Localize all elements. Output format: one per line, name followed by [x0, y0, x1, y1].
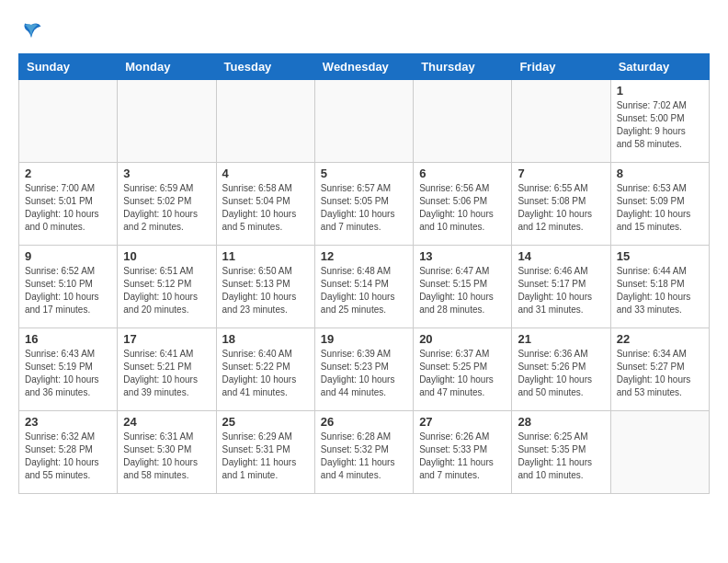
calendar-cell [118, 80, 216, 163]
day-info: Sunrise: 6:59 AM Sunset: 5:02 PM Dayligh… [123, 182, 210, 234]
day-number: 6 [419, 167, 506, 180]
calendar-cell: 25Sunrise: 6:29 AM Sunset: 5:31 PM Dayli… [216, 411, 314, 494]
calendar-cell: 2Sunrise: 7:00 AM Sunset: 5:01 PM Daylig… [19, 163, 118, 246]
day-number: 1 [617, 84, 703, 98]
weekday-header-sunday: Sunday [19, 54, 118, 80]
calendar-cell: 21Sunrise: 6:36 AM Sunset: 5:26 PM Dayli… [512, 328, 610, 411]
day-info: Sunrise: 6:40 AM Sunset: 5:22 PM Dayligh… [222, 348, 309, 399]
calendar-cell: 7Sunrise: 6:55 AM Sunset: 5:08 PM Daylig… [512, 163, 610, 246]
day-info: Sunrise: 6:52 AM Sunset: 5:10 PM Dayligh… [25, 265, 111, 316]
day-info: Sunrise: 6:37 AM Sunset: 5:25 PM Dayligh… [419, 348, 506, 399]
day-number: 15 [617, 249, 703, 263]
calendar-cell: 17Sunrise: 6:41 AM Sunset: 5:21 PM Dayli… [118, 328, 216, 411]
calendar-cell [314, 80, 413, 163]
calendar-cell: 5Sunrise: 6:57 AM Sunset: 5:05 PM Daylig… [314, 163, 413, 246]
day-number: 26 [321, 415, 407, 429]
day-number: 14 [518, 249, 604, 263]
day-number: 2 [25, 167, 111, 180]
day-number: 4 [222, 167, 309, 180]
calendar-cell: 15Sunrise: 6:44 AM Sunset: 5:18 PM Dayli… [610, 246, 709, 328]
day-number: 20 [419, 332, 506, 346]
day-number: 18 [222, 332, 309, 346]
calendar-cell: 28Sunrise: 6:25 AM Sunset: 5:35 PM Dayli… [512, 411, 610, 494]
calendar-week-row: 9Sunrise: 6:52 AM Sunset: 5:10 PM Daylig… [19, 246, 710, 328]
day-number: 8 [617, 167, 703, 180]
day-number: 16 [25, 332, 111, 346]
day-number: 10 [123, 249, 210, 263]
calendar-cell: 19Sunrise: 6:39 AM Sunset: 5:23 PM Dayli… [314, 328, 413, 411]
calendar-cell: 12Sunrise: 6:48 AM Sunset: 5:14 PM Dayli… [314, 246, 413, 328]
day-number: 13 [419, 249, 506, 263]
day-info: Sunrise: 6:28 AM Sunset: 5:32 PM Dayligh… [321, 431, 407, 482]
day-number: 11 [222, 249, 309, 263]
weekday-header-thursday: Thursday [414, 54, 512, 80]
weekday-header-wednesday: Wednesday [314, 54, 413, 80]
calendar-cell: 23Sunrise: 6:32 AM Sunset: 5:28 PM Dayli… [19, 411, 118, 494]
day-number: 21 [518, 332, 604, 346]
day-info: Sunrise: 6:41 AM Sunset: 5:21 PM Dayligh… [123, 348, 210, 399]
calendar-cell: 11Sunrise: 6:50 AM Sunset: 5:13 PM Dayli… [216, 246, 314, 328]
calendar-cell [512, 80, 610, 163]
calendar-cell: 13Sunrise: 6:47 AM Sunset: 5:15 PM Dayli… [414, 246, 512, 328]
day-number: 28 [518, 415, 604, 429]
day-number: 9 [25, 249, 111, 263]
day-info: Sunrise: 6:26 AM Sunset: 5:33 PM Dayligh… [419, 431, 506, 482]
calendar-cell [19, 80, 118, 163]
day-info: Sunrise: 6:32 AM Sunset: 5:28 PM Dayligh… [25, 431, 111, 482]
calendar-cell: 6Sunrise: 6:56 AM Sunset: 5:06 PM Daylig… [414, 163, 512, 246]
page-header [18, 18, 710, 44]
day-info: Sunrise: 6:34 AM Sunset: 5:27 PM Dayligh… [617, 348, 703, 399]
weekday-header-row: SundayMondayTuesdayWednesdayThursdayFrid… [19, 54, 710, 80]
weekday-header-friday: Friday [512, 54, 610, 80]
calendar-cell: 9Sunrise: 6:52 AM Sunset: 5:10 PM Daylig… [19, 246, 118, 328]
day-number: 12 [321, 249, 407, 263]
day-info: Sunrise: 6:39 AM Sunset: 5:23 PM Dayligh… [321, 348, 407, 399]
calendar-week-row: 16Sunrise: 6:43 AM Sunset: 5:19 PM Dayli… [19, 328, 710, 411]
calendar-week-row: 2Sunrise: 7:00 AM Sunset: 5:01 PM Daylig… [19, 163, 710, 246]
calendar-cell: 10Sunrise: 6:51 AM Sunset: 5:12 PM Dayli… [118, 246, 216, 328]
day-info: Sunrise: 6:25 AM Sunset: 5:35 PM Dayligh… [518, 431, 604, 482]
calendar-table: SundayMondayTuesdayWednesdayThursdayFrid… [18, 53, 710, 494]
day-number: 3 [123, 167, 210, 180]
calendar-cell: 18Sunrise: 6:40 AM Sunset: 5:22 PM Dayli… [216, 328, 314, 411]
calendar-cell: 8Sunrise: 6:53 AM Sunset: 5:09 PM Daylig… [610, 163, 709, 246]
day-info: Sunrise: 6:43 AM Sunset: 5:19 PM Dayligh… [25, 348, 111, 399]
day-info: Sunrise: 6:57 AM Sunset: 5:05 PM Dayligh… [321, 182, 407, 234]
logo-bird-icon [18, 18, 44, 44]
day-info: Sunrise: 6:55 AM Sunset: 5:08 PM Dayligh… [518, 182, 604, 234]
day-info: Sunrise: 6:44 AM Sunset: 5:18 PM Dayligh… [617, 265, 703, 316]
day-number: 19 [321, 332, 407, 346]
calendar-cell [216, 80, 314, 163]
day-number: 27 [419, 415, 506, 429]
day-info: Sunrise: 7:00 AM Sunset: 5:01 PM Dayligh… [25, 182, 111, 234]
weekday-header-tuesday: Tuesday [216, 54, 314, 80]
day-number: 25 [222, 415, 309, 429]
day-info: Sunrise: 6:46 AM Sunset: 5:17 PM Dayligh… [518, 265, 604, 316]
day-number: 22 [617, 332, 703, 346]
calendar-cell: 1Sunrise: 7:02 AM Sunset: 5:00 PM Daylig… [610, 80, 709, 163]
weekday-header-monday: Monday [118, 54, 216, 80]
calendar-cell: 24Sunrise: 6:31 AM Sunset: 5:30 PM Dayli… [118, 411, 216, 494]
weekday-header-saturday: Saturday [610, 54, 709, 80]
calendar-week-row: 1Sunrise: 7:02 AM Sunset: 5:00 PM Daylig… [19, 80, 710, 163]
calendar-cell [610, 411, 709, 494]
day-info: Sunrise: 6:58 AM Sunset: 5:04 PM Dayligh… [222, 182, 309, 234]
day-info: Sunrise: 6:31 AM Sunset: 5:30 PM Dayligh… [123, 431, 210, 482]
calendar-cell: 26Sunrise: 6:28 AM Sunset: 5:32 PM Dayli… [314, 411, 413, 494]
calendar-cell: 20Sunrise: 6:37 AM Sunset: 5:25 PM Dayli… [414, 328, 512, 411]
day-number: 7 [518, 167, 604, 180]
day-number: 23 [25, 415, 111, 429]
calendar-week-row: 23Sunrise: 6:32 AM Sunset: 5:28 PM Dayli… [19, 411, 710, 494]
calendar-cell: 16Sunrise: 6:43 AM Sunset: 5:19 PM Dayli… [19, 328, 118, 411]
calendar-cell: 22Sunrise: 6:34 AM Sunset: 5:27 PM Dayli… [610, 328, 709, 411]
logo [18, 18, 48, 44]
day-info: Sunrise: 6:56 AM Sunset: 5:06 PM Dayligh… [419, 182, 506, 234]
day-info: Sunrise: 6:51 AM Sunset: 5:12 PM Dayligh… [123, 265, 210, 316]
day-info: Sunrise: 7:02 AM Sunset: 5:00 PM Dayligh… [617, 99, 703, 151]
calendar-cell [414, 80, 512, 163]
calendar-cell: 4Sunrise: 6:58 AM Sunset: 5:04 PM Daylig… [216, 163, 314, 246]
calendar-cell: 27Sunrise: 6:26 AM Sunset: 5:33 PM Dayli… [414, 411, 512, 494]
day-number: 24 [123, 415, 210, 429]
day-info: Sunrise: 6:48 AM Sunset: 5:14 PM Dayligh… [321, 265, 407, 316]
day-info: Sunrise: 6:29 AM Sunset: 5:31 PM Dayligh… [222, 431, 309, 482]
